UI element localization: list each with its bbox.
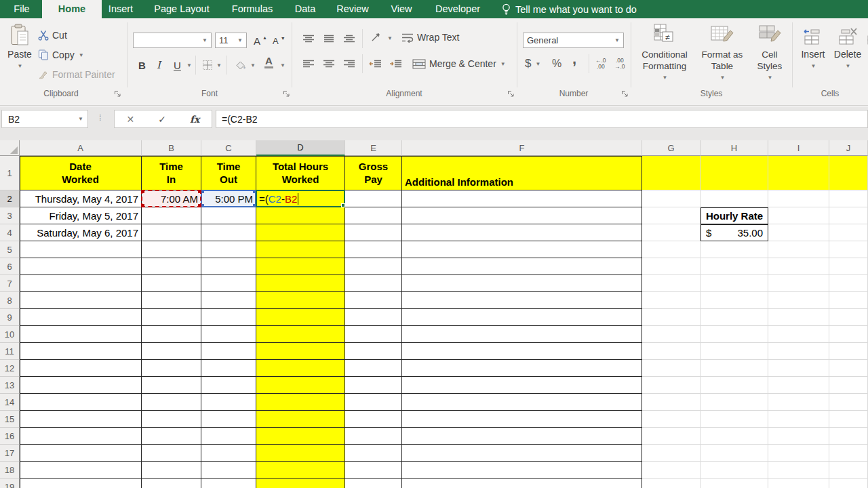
cell-F16[interactable] [402, 428, 642, 445]
cell-A14[interactable] [20, 394, 142, 411]
cell-G7[interactable] [642, 275, 701, 292]
cell-F6[interactable] [402, 258, 642, 275]
accounting-format-button[interactable]: $ ▼ [525, 56, 540, 72]
delete-cells-button[interactable]: Delete ▼ [831, 22, 864, 72]
enter-button[interactable]: ✓ [158, 114, 166, 125]
cell-A15[interactable] [20, 411, 142, 428]
cell-G15[interactable] [642, 411, 701, 428]
cell-G4[interactable] [642, 224, 701, 241]
decrease-decimal-button[interactable]: .00 →.0 [614, 58, 625, 70]
cell-D7[interactable] [256, 275, 345, 292]
bold-button[interactable]: B [138, 57, 146, 73]
cell-I3[interactable] [768, 207, 829, 224]
cell-I6[interactable] [768, 258, 829, 275]
cell-D18[interactable] [256, 462, 345, 479]
row-header-12[interactable]: 12 [0, 360, 20, 377]
cell-H11[interactable] [701, 343, 768, 360]
cell-C12[interactable] [201, 360, 256, 377]
cell-F8[interactable] [402, 292, 642, 309]
paste-button[interactable]: Paste ▼ [4, 22, 35, 72]
cell-A4[interactable]: Saturday, May 6, 2017 [20, 224, 142, 241]
cell-B16[interactable] [142, 428, 201, 445]
cell-F10[interactable] [402, 326, 642, 343]
orientation-button[interactable] [370, 29, 382, 45]
row-header-14[interactable]: 14 [0, 394, 20, 411]
cell-A5[interactable] [20, 241, 142, 258]
cell-F3[interactable] [402, 207, 642, 224]
row-header-8[interactable]: 8 [0, 292, 20, 309]
decrease-font-size-button[interactable]: A▼ [273, 33, 285, 49]
cell-D2[interactable]: =(C2-B2 [256, 190, 345, 207]
cell-B7[interactable] [142, 275, 201, 292]
cell-A2[interactable]: Thursday, May 4, 2017 [20, 190, 142, 207]
tab-home[interactable]: Home [42, 0, 102, 18]
cell-I18[interactable] [768, 462, 829, 479]
cell-C10[interactable] [201, 326, 256, 343]
percent-style-button[interactable]: % [552, 56, 561, 72]
cell-C6[interactable] [201, 258, 256, 275]
cell-I14[interactable] [768, 394, 829, 411]
fill-color-button[interactable] [235, 57, 246, 73]
cell-H10[interactable] [701, 326, 768, 343]
cell-B17[interactable] [142, 445, 201, 462]
cell-H12[interactable] [701, 360, 768, 377]
row-header-16[interactable]: 16 [0, 428, 20, 445]
cell-I1[interactable] [768, 156, 829, 190]
cell-I15[interactable] [768, 411, 829, 428]
cell-G17[interactable] [642, 445, 701, 462]
cell-G19[interactable] [642, 479, 701, 488]
cell-F18[interactable] [402, 462, 642, 479]
cell-I16[interactable] [768, 428, 829, 445]
cell-F13[interactable] [402, 377, 642, 394]
cell-B9[interactable] [142, 309, 201, 326]
name-box[interactable]: B2 ▼ [1, 110, 88, 128]
cell-E14[interactable] [345, 394, 402, 411]
merge-center-button[interactable]: Merge & Center ▼ [412, 56, 506, 72]
cell-D8[interactable] [256, 292, 345, 309]
cell-D9[interactable] [256, 309, 345, 326]
cell-D6[interactable] [256, 258, 345, 275]
top-align-button[interactable] [302, 30, 315, 47]
cell-A18[interactable] [20, 462, 142, 479]
cell-G9[interactable] [642, 309, 701, 326]
cell-I9[interactable] [768, 309, 829, 326]
cell-H13[interactable] [701, 377, 768, 394]
cell-E9[interactable] [345, 309, 402, 326]
cell-A16[interactable] [20, 428, 142, 445]
cell-I4[interactable] [768, 224, 829, 241]
cell-C7[interactable] [201, 275, 256, 292]
align-right-button[interactable] [343, 56, 355, 72]
cell-C15[interactable] [201, 411, 256, 428]
middle-align-button[interactable] [323, 30, 335, 47]
cell-G6[interactable] [642, 258, 701, 275]
cell-E19[interactable] [345, 479, 402, 488]
cell-A17[interactable] [20, 445, 142, 462]
cell-C5[interactable] [201, 241, 256, 258]
cell-H16[interactable] [701, 428, 768, 445]
cell-B15[interactable] [142, 411, 201, 428]
cell-J5[interactable] [829, 241, 868, 258]
cell-E2[interactable] [345, 190, 402, 207]
cell-H9[interactable] [701, 309, 768, 326]
row-header-5[interactable]: 5 [0, 241, 20, 258]
orientation-dropdown-arrow[interactable]: ▼ [387, 35, 393, 41]
format-as-table-button[interactable]: Format as Table ▼ [697, 22, 747, 83]
cell-H14[interactable] [701, 394, 768, 411]
cell-H19[interactable] [701, 479, 768, 488]
cell-F14[interactable] [402, 394, 642, 411]
col-header-I[interactable]: I [768, 140, 829, 156]
cell-J13[interactable] [829, 377, 868, 394]
cell-B10[interactable] [142, 326, 201, 343]
cell-A8[interactable] [20, 292, 142, 309]
cell-H6[interactable] [701, 258, 768, 275]
cell-F4[interactable] [402, 224, 642, 241]
alignment-dialog-launcher[interactable] [507, 90, 515, 98]
cell-J11[interactable] [829, 343, 868, 360]
col-header-F[interactable]: F [402, 140, 642, 156]
cell-J10[interactable] [829, 326, 868, 343]
tab-data[interactable]: Data [289, 0, 321, 18]
cell-F1[interactable]: Additional Information [402, 156, 642, 190]
cell-G18[interactable] [642, 462, 701, 479]
tab-insert[interactable]: Insert [103, 0, 138, 18]
comma-style-button[interactable]: , [572, 51, 576, 67]
